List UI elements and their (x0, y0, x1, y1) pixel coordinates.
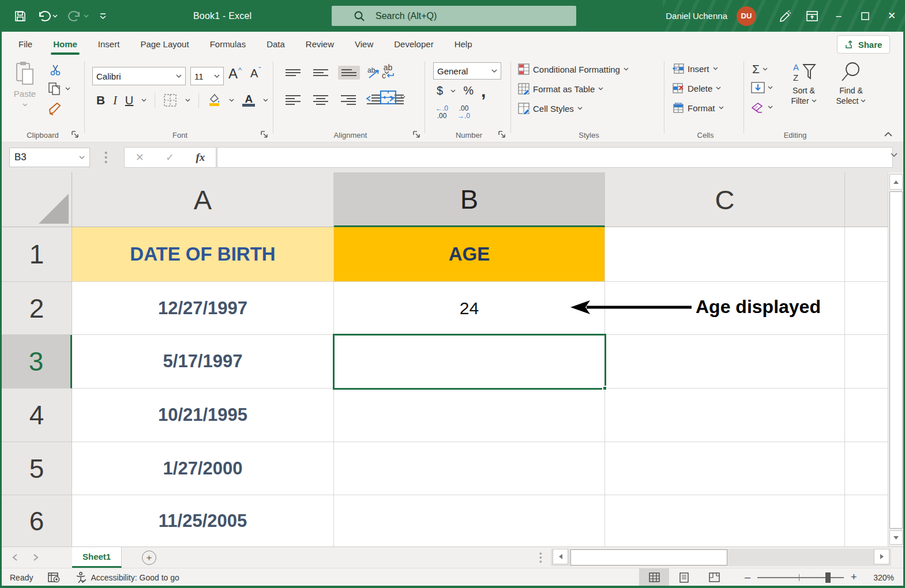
top-align-button[interactable] (283, 66, 303, 79)
cell-b2[interactable]: 24 (334, 282, 605, 335)
row-header-6[interactable]: 6 (2, 495, 72, 546)
format-painter-button[interactable] (48, 101, 63, 119)
bold-button[interactable]: B (96, 93, 105, 107)
column-header-d-partial[interactable] (845, 172, 888, 227)
merge-center-button[interactable] (380, 90, 405, 105)
page-layout-view-button[interactable] (669, 568, 699, 586)
cell-b4[interactable] (334, 389, 605, 442)
decrease-font-size-button[interactable]: Aˇ (250, 67, 261, 80)
zoom-slider[interactable] (757, 577, 844, 578)
collapse-ribbon-button[interactable] (884, 131, 893, 137)
row-header-2[interactable]: 2 (2, 282, 72, 335)
increase-decimal-button[interactable]: ←.0 .00 (435, 105, 448, 120)
sort-filter-button[interactable]: A Z Sort & Filter (782, 61, 825, 106)
tab-home[interactable]: Home (51, 32, 80, 56)
alignment-dialog-launcher[interactable] (412, 130, 420, 138)
middle-align-button[interactable] (310, 66, 331, 79)
underline-button[interactable]: U (125, 94, 133, 107)
align-right-button[interactable] (338, 92, 359, 108)
minimize-button[interactable]: – (825, 0, 852, 32)
accounting-format-button[interactable]: $ (437, 84, 443, 97)
chevron-down-icon[interactable] (263, 99, 268, 102)
autosum-button[interactable]: Σ (752, 62, 768, 76)
formula-input[interactable] (217, 147, 893, 168)
cell-a6[interactable]: 11/25/2005 (72, 495, 334, 546)
zoom-out-button[interactable]: – (745, 571, 750, 583)
chevron-down-icon[interactable] (450, 89, 456, 93)
fill-handle[interactable] (602, 386, 607, 391)
percent-style-button[interactable]: % (463, 84, 474, 97)
cell-b6[interactable] (334, 495, 605, 546)
chevron-down-icon[interactable] (229, 99, 234, 102)
scroll-down-button[interactable] (889, 530, 903, 545)
sheet-prev-button[interactable] (12, 554, 18, 561)
row-header-3[interactable]: 3 (2, 335, 72, 389)
horizontal-scrollbar-thumb[interactable] (570, 549, 727, 566)
insert-cells-button[interactable]: Insert (673, 63, 718, 74)
tab-developer[interactable]: Developer (392, 32, 435, 56)
cell-a1[interactable]: DATE OF BIRTH (72, 227, 334, 282)
name-box[interactable]: B3 (9, 148, 90, 167)
increase-font-size-button[interactable]: A^ (228, 66, 242, 82)
vertical-scrollbar[interactable] (888, 172, 903, 546)
cell-b5[interactable] (334, 442, 605, 495)
avatar[interactable]: DU (737, 6, 756, 26)
normal-view-button[interactable] (639, 568, 669, 586)
tab-help[interactable]: Help (452, 32, 475, 56)
bottom-align-button[interactable] (338, 66, 360, 80)
zoom-level[interactable]: 320% (873, 568, 894, 586)
cell-d5[interactable] (845, 442, 888, 495)
number-dialog-launcher[interactable] (498, 130, 506, 138)
cell-c6[interactable] (605, 495, 845, 546)
cell-c3[interactable] (605, 335, 845, 389)
format-cells-button[interactable]: Format (673, 103, 724, 113)
scroll-up-button[interactable] (889, 174, 903, 190)
active-cell-selection[interactable] (333, 334, 606, 390)
namebox-resize-handle[interactable]: ••• (104, 150, 107, 164)
cell-d1[interactable] (845, 227, 888, 282)
align-left-button[interactable] (283, 92, 303, 108)
find-select-button[interactable]: Find & Select (829, 61, 873, 106)
fill-color-button[interactable] (207, 92, 221, 108)
decrease-decimal-button[interactable]: .00 →.0 (457, 105, 470, 120)
close-button[interactable]: ✕ (878, 0, 905, 32)
accessibility-status[interactable]: Accessibility: Good to go (76, 572, 179, 583)
tab-insert[interactable]: Insert (96, 32, 122, 56)
cell-d2[interactable] (845, 282, 888, 335)
page-break-preview-button[interactable] (699, 568, 729, 586)
macro-record-icon[interactable] (48, 572, 61, 583)
save-button[interactable] (14, 10, 27, 22)
hscroll-left-button[interactable] (553, 549, 568, 564)
delete-cells-button[interactable]: Delete (673, 83, 721, 93)
ribbon-display-options-button[interactable] (799, 0, 825, 32)
fill-button[interactable] (751, 82, 773, 93)
italic-button[interactable]: I (113, 94, 117, 107)
zoom-in-button[interactable]: + (851, 571, 857, 583)
cell-d6[interactable] (845, 495, 888, 546)
row-header-4[interactable]: 4 (2, 389, 72, 442)
number-format-select[interactable]: General (433, 62, 501, 80)
tab-page-layout[interactable]: Page Layout (138, 32, 191, 56)
cell-c5[interactable] (605, 442, 845, 495)
chevron-down-icon[interactable] (141, 99, 147, 102)
column-header-b[interactable]: B (334, 172, 605, 227)
wrap-text-button[interactable]: ab c (382, 63, 394, 80)
cell-d4[interactable] (845, 389, 888, 442)
column-header-c[interactable]: C (605, 172, 845, 227)
cell-d3[interactable] (845, 335, 888, 389)
cell-a2[interactable]: 12/27/1997 (72, 282, 334, 335)
font-dialog-launcher[interactable] (260, 130, 268, 138)
undo-button[interactable] (37, 10, 58, 22)
clear-button[interactable] (751, 101, 773, 113)
font-name-select[interactable]: Calibri (92, 67, 186, 85)
new-sheet-button[interactable]: + (142, 551, 156, 565)
format-as-table-button[interactable]: Format as Table (518, 83, 603, 95)
borders-button[interactable] (163, 93, 177, 107)
comma-style-button[interactable]: , (481, 88, 486, 94)
cell-styles-button[interactable]: Cell Styles (518, 103, 583, 114)
vertical-scrollbar-thumb[interactable] (889, 191, 903, 529)
clipboard-dialog-launcher[interactable] (71, 130, 79, 138)
cell-a3[interactable]: 5/17/1997 (72, 335, 334, 389)
row-header-1[interactable]: 1 (2, 227, 72, 282)
cut-button[interactable] (49, 63, 62, 78)
